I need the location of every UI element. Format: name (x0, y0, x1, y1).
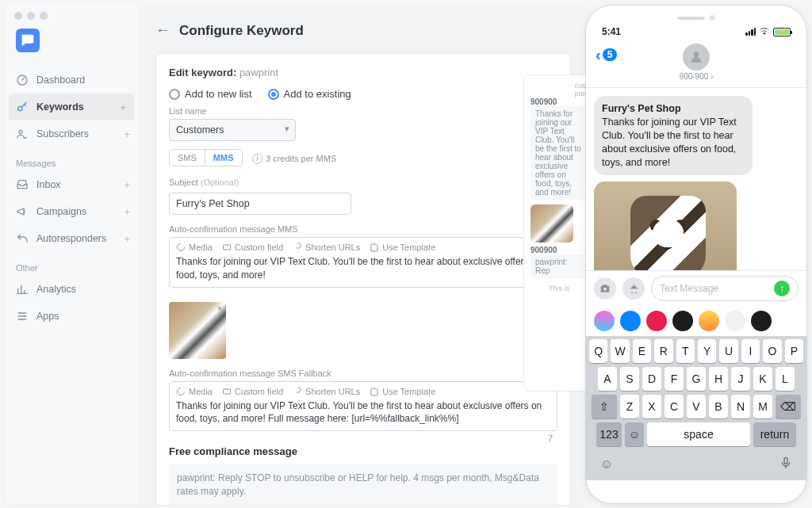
wifi-icon (759, 26, 770, 37)
list-select[interactable]: Customers (169, 119, 296, 141)
toolbar-custom-field-2[interactable]: Custom field (222, 387, 283, 396)
page-title: Configure Keyword (179, 23, 304, 39)
nav-label: Subscribers (36, 128, 89, 139)
toolbar-custom-field[interactable]: Custom field (222, 243, 283, 252)
key-c[interactable]: C (665, 395, 684, 418)
app-store-icon[interactable] (622, 277, 645, 300)
key-h[interactable]: H (709, 367, 728, 391)
key-123[interactable]: 123 (596, 422, 622, 446)
sms-mms-segment[interactable]: SMS MMS (169, 149, 243, 166)
mic-icon[interactable] (779, 455, 792, 474)
messages-back-count: 5 (603, 48, 618, 61)
key-d[interactable]: D (642, 367, 661, 391)
radio-new-label: Add to new list (185, 88, 252, 100)
remove-thumb-icon[interactable]: × (215, 304, 224, 313)
key-f[interactable]: F (665, 367, 684, 391)
key-s[interactable]: S (620, 367, 639, 391)
nav-label: Analytics (36, 284, 76, 295)
plus-icon[interactable]: + (124, 206, 130, 218)
contact-number: 900-900 › (586, 72, 806, 81)
key-l[interactable]: L (776, 367, 795, 391)
toolbar-shorten-urls-2[interactable]: Shorten URLs (293, 387, 360, 396)
app-strip-icon-2[interactable] (646, 311, 667, 331)
key-backspace[interactable]: ⌫ (776, 395, 801, 418)
nav-campaigns[interactable]: Campaigns+ (5, 198, 138, 225)
nav-analytics[interactable]: Analytics (5, 276, 138, 303)
plus-icon[interactable]: + (124, 179, 130, 191)
key-p[interactable]: P (785, 339, 803, 363)
key-j[interactable]: J (731, 367, 750, 391)
key-w[interactable]: W (611, 339, 629, 363)
key-u[interactable]: U (719, 339, 737, 363)
app-strip-icon-3[interactable] (672, 311, 693, 331)
toolbar-shorten-urls[interactable]: Shorten URLs (293, 243, 360, 252)
back-arrow-icon[interactable]: ← (155, 22, 170, 39)
sms-textarea[interactable]: Thanks for joining our VIP Text Club. Yo… (176, 399, 550, 426)
key-return[interactable]: return (753, 422, 796, 446)
signal-icon (745, 28, 756, 36)
emoji-icon[interactable]: ☺ (600, 457, 613, 472)
key-shift[interactable]: ⇧ (592, 395, 617, 418)
toolbar-use-template[interactable]: Use Template (370, 243, 435, 252)
radio-add-existing[interactable]: Add to existing (268, 88, 351, 100)
key-y[interactable]: Y (698, 339, 716, 363)
edit-keyword-row: Edit keyword: pawprint (169, 67, 557, 78)
messages-back[interactable]: ‹ 5 (596, 47, 617, 63)
svg-rect-3 (223, 245, 230, 250)
mms-image-thumb[interactable]: × (169, 302, 226, 359)
mms-editor[interactable]: Media Custom field Shorten URLs Use Temp… (169, 237, 557, 288)
key-z[interactable]: Z (620, 395, 639, 418)
app-strip-icon-6[interactable] (751, 311, 772, 331)
app-strip-icon-1[interactable] (620, 311, 641, 331)
toolbar-media[interactable]: Media (176, 243, 213, 252)
nav-autoresponders[interactable]: Autoresponders+ (5, 225, 138, 252)
phone-mock: 5:41 ⚡ ‹ 5 900-900 › Furry's Pet Shop Th… (585, 5, 807, 504)
nav-inbox[interactable]: Inbox+ (5, 171, 138, 198)
nav-dashboard[interactable]: Dashboard (5, 67, 138, 94)
key-space[interactable]: space (647, 422, 750, 446)
camera-icon[interactable] (594, 277, 616, 300)
mms-image-bubble (594, 181, 737, 270)
key-o[interactable]: O (763, 339, 781, 363)
nav-apps[interactable]: Apps (5, 303, 138, 330)
toolbar-media-2[interactable]: Media (176, 387, 213, 396)
key-b[interactable]: B (709, 395, 728, 418)
sms-editor[interactable]: Media Custom field Shorten URLs Use Temp… (169, 381, 557, 432)
nav-keywords[interactable]: Keywords+ (9, 94, 134, 120)
plus-icon[interactable]: + (124, 128, 130, 140)
key-m[interactable]: M (753, 395, 772, 418)
key-i[interactable]: I (741, 339, 760, 363)
send-button[interactable]: ↑ (774, 281, 790, 296)
message-input[interactable]: Text Message ↑ (651, 276, 799, 301)
key-g[interactable]: G (687, 367, 706, 391)
plus-icon[interactable]: + (124, 233, 130, 245)
key-e[interactable]: E (633, 339, 651, 363)
app-strip-icon-4[interactable] (699, 311, 719, 331)
key-x[interactable]: X (642, 395, 661, 418)
key-r[interactable]: R (654, 339, 672, 363)
key-q[interactable]: Q (589, 339, 607, 363)
key-emoji[interactable]: ☺ (625, 422, 644, 446)
chat-area: Furry's Pet Shop Thanks for joining our … (586, 88, 806, 270)
window-traffic-lights (14, 12, 48, 20)
radio-add-new-list[interactable]: Add to new list (169, 88, 252, 100)
app-strip-icon-0[interactable] (594, 311, 615, 331)
plus-icon[interactable]: + (120, 101, 126, 113)
svg-rect-4 (223, 389, 230, 394)
mms-textarea[interactable]: Thanks for joining our VIP Text Club. Yo… (176, 255, 550, 282)
keyboard[interactable]: QWERTYUIOP ASDFGHJKL ⇧ZXCVBNM⌫ 123 ☺ spa… (586, 336, 806, 480)
sliders-icon (16, 310, 29, 323)
key-a[interactable]: A (598, 367, 617, 391)
info-icon: i (252, 154, 262, 164)
toolbar-use-template-2[interactable]: Use Template (370, 387, 435, 396)
subject-input[interactable] (169, 193, 351, 215)
key-v[interactable]: V (687, 395, 706, 418)
segment-mms[interactable]: MMS (205, 150, 242, 166)
key-n[interactable]: N (731, 395, 750, 418)
segment-sms[interactable]: SMS (170, 150, 205, 166)
app-strip-icon-5[interactable] (725, 311, 745, 331)
svg-point-6 (603, 288, 607, 291)
key-k[interactable]: K (753, 367, 772, 391)
nav-subscribers[interactable]: Subscribers+ (5, 120, 138, 147)
key-t[interactable]: T (676, 339, 695, 363)
